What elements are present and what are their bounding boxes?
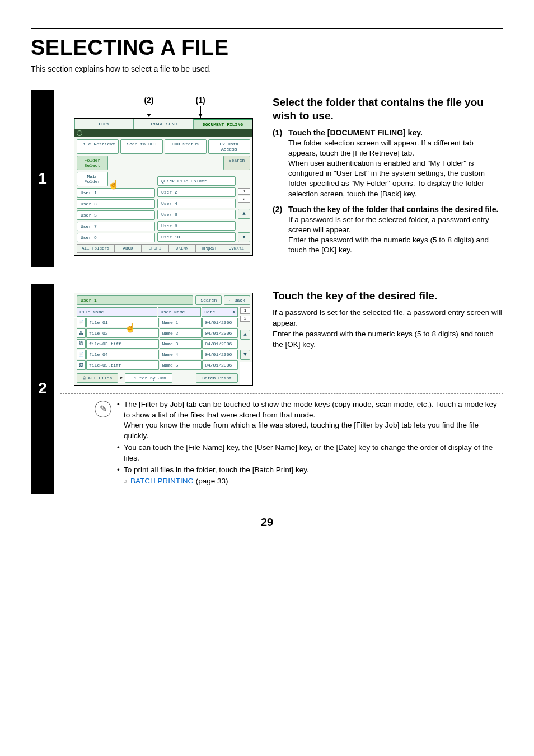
note-item-2: You can touch the [File Name] key, the […	[117, 443, 503, 464]
all-files-tab[interactable]: ⎙All Files	[77, 373, 118, 383]
callout-2: (2)	[144, 96, 153, 115]
file-name-cell: file-04	[86, 350, 159, 359]
cross-ref-icon: ☞	[124, 476, 128, 485]
sub-1-title: Touch the [DOCUMENT FILING] key.	[288, 128, 423, 137]
page-indicator-bottom: 2	[240, 316, 250, 322]
folder-user-7[interactable]: User 7	[77, 222, 155, 231]
alpha-tab-opqrst[interactable]: OPQRST	[195, 244, 222, 253]
step-2-desc: If a password is set for the selected fi…	[273, 308, 503, 350]
sub-1-body: The folder selection screen will appear.…	[288, 138, 503, 199]
alpha-tab-abcd[interactable]: ABCD	[114, 244, 141, 253]
file-user-cell: Name 4	[160, 350, 202, 359]
step-number-col: 1	[31, 90, 54, 267]
file-type-icon: 📄	[77, 318, 86, 327]
page-title: SELECTING A FILE	[31, 36, 503, 60]
scroll-up-button[interactable]: ▲	[240, 330, 250, 340]
tab-image-send[interactable]: IMAGE SEND	[134, 119, 193, 129]
page-indicator-top: 1	[238, 188, 250, 195]
file-row[interactable]: 🖼file-03.tiffName 304/01/2006	[77, 339, 238, 349]
folder-user-10[interactable]: User 10	[157, 232, 236, 242]
file-row[interactable]: 📄file-04Name 404/01/2006	[77, 350, 238, 359]
file-date-cell: 04/01/2006	[202, 339, 238, 349]
file-name-cell: file-02	[86, 328, 159, 338]
file-date-cell: 04/01/2006	[202, 328, 238, 338]
tab-copy[interactable]: COPY	[74, 119, 134, 129]
folder-user-6[interactable]: User 6	[157, 210, 236, 219]
page-indicator-bottom: 2	[238, 196, 250, 203]
batch-print-button[interactable]: Batch Print	[196, 373, 238, 383]
dashed-separator	[60, 393, 503, 394]
note-item-3: To print all files in the folder, touch …	[117, 465, 503, 487]
folder-user-9[interactable]: User 9	[77, 233, 155, 242]
chevron-right-icon: ▶	[120, 375, 123, 380]
file-name-cell: file-01	[86, 318, 159, 327]
filter-by-job-tab[interactable]: Filter by Job	[125, 373, 172, 383]
step-1: 1 (2) (1) COPY IMAGE SEND DOCUMENT FILIN…	[31, 90, 503, 267]
sub-2-num: (2)	[273, 205, 288, 214]
file-row[interactable]: 🖼file-05.tiffName 504/01/2006	[77, 360, 238, 370]
step-2-heading: Touch the key of the desired file.	[273, 289, 503, 303]
pencil-note-icon: ✎	[95, 401, 111, 417]
page-number: 29	[31, 516, 503, 529]
file-row[interactable]: 🖶file-02Name 204/01/2006	[77, 328, 238, 338]
scroll-down-button[interactable]: ▼	[238, 232, 250, 242]
file-name-cell: file-05.tiff	[86, 360, 159, 370]
file-row[interactable]: 📄file-01Name 104/01/2006	[77, 318, 238, 327]
step-2-number: 2	[38, 379, 47, 397]
back-button[interactable]: ← Back	[224, 295, 250, 305]
folder-select-label: Folder Select	[77, 156, 108, 170]
file-date-cell: 04/01/2006	[202, 350, 238, 359]
header-user-name[interactable]: User Name	[158, 307, 201, 317]
alpha-tab-uvwxyz[interactable]: UVWXYZ	[223, 244, 250, 253]
file-type-icon: 🖼	[77, 360, 86, 370]
file-type-icon: 🖶	[77, 328, 86, 338]
stack-icon: ⎙	[83, 375, 86, 381]
quick-file-folder-button[interactable]: Quick File Folder	[157, 176, 236, 186]
file-user-cell: Name 1	[160, 318, 202, 327]
callout-1: (1)	[196, 96, 205, 115]
file-user-cell: Name 2	[160, 328, 202, 338]
folder-user-1[interactable]: User 1	[77, 188, 155, 198]
step-1-heading: Select the folder that contains the file…	[273, 96, 503, 123]
folder-user-8[interactable]: User 8	[157, 221, 236, 231]
sort-icon: ▲	[233, 309, 235, 314]
folder-user-3[interactable]: User 3	[77, 199, 155, 209]
folder-user-5[interactable]: User 5	[77, 210, 155, 220]
file-list-screenshot: User 1 Search ← Back File Name User Name…	[74, 293, 253, 386]
folder-user-4[interactable]: User 4	[157, 199, 236, 208]
file-user-cell: Name 3	[160, 339, 202, 349]
file-retrieve-tab[interactable]: File Retrieve	[77, 139, 119, 154]
file-date-cell: 04/01/2006	[202, 360, 238, 370]
folder-select-screenshot: COPY IMAGE SEND DOCUMENT FILING File Ret…	[74, 118, 253, 256]
tab-document-filing[interactable]: DOCUMENT FILING	[193, 119, 252, 129]
clock-icon	[77, 130, 82, 136]
search-button[interactable]: Search	[223, 156, 250, 170]
main-folder-button[interactable]: Main Folder	[77, 172, 108, 186]
sub-2-body: If a password is set for the selected fo…	[288, 215, 503, 256]
alpha-tab-jklmn[interactable]: JKLMN	[168, 244, 195, 253]
alpha-tab-efghi[interactable]: EFGHI	[141, 244, 168, 253]
scroll-up-button[interactable]: ▲	[238, 209, 250, 219]
step-2: 2 User 1 Search ← Back File Name	[31, 284, 503, 494]
file-name-cell: file-03.tiff	[86, 339, 159, 349]
batch-printing-link[interactable]: BATCH PRINTING	[130, 477, 194, 485]
folder-user-2[interactable]: User 2	[157, 187, 236, 197]
scroll-down-button[interactable]: ▼	[240, 350, 250, 360]
step-number-col: 2	[31, 284, 54, 494]
sub-2-title: Touch the key of the folder that contain…	[288, 205, 498, 214]
file-type-icon: 🖼	[77, 339, 86, 349]
page-indicator-top: 1	[240, 307, 250, 314]
file-user-cell: Name 5	[160, 360, 202, 370]
hdd-status-tab[interactable]: HDD Status	[165, 139, 207, 154]
alpha-tab-all[interactable]: All Folders	[77, 244, 114, 253]
scan-to-hdd-tab[interactable]: Scan to HDD	[120, 139, 162, 154]
note-item-1: The [Filter by Job] tab can be touched t…	[117, 400, 503, 442]
header-date[interactable]: Date▲	[202, 307, 238, 317]
file-date-cell: 04/01/2006	[202, 318, 238, 327]
ex-data-access-tab[interactable]: Ex Data Access	[208, 139, 250, 154]
search-button[interactable]: Search	[195, 295, 222, 305]
step-1-number: 1	[38, 170, 47, 187]
folder-name-label: User 1	[77, 295, 193, 305]
top-rule	[31, 28, 503, 30]
header-file-name[interactable]: File Name	[77, 307, 157, 317]
